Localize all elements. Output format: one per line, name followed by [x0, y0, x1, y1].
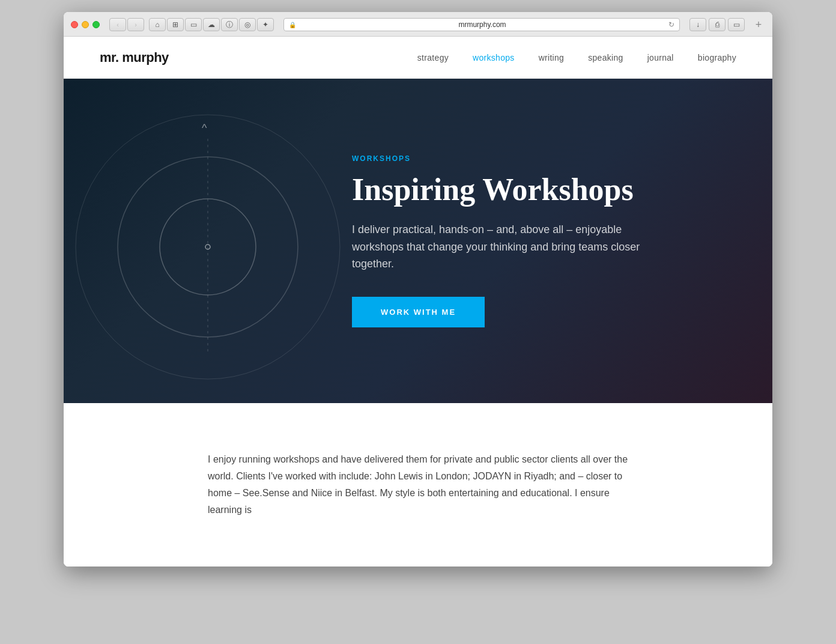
content-paragraph: I enjoy running workshops and have deliv… — [208, 451, 628, 518]
download-icon[interactable]: ↓ — [689, 18, 706, 31]
close-button[interactable] — [71, 21, 78, 28]
site-nav: strategy workshops writing speaking jour… — [417, 53, 736, 62]
maximize-button[interactable] — [92, 21, 100, 28]
paw-icon[interactable]: ✦ — [257, 18, 274, 31]
nav-writing[interactable]: writing — [539, 53, 565, 62]
content-section: I enjoy running workshops and have deliv… — [64, 403, 772, 567]
hero-content: WORKSHOPS Inspiring Workshops I deliver … — [352, 154, 652, 328]
lock-icon: 🔒 — [289, 22, 296, 28]
new-tab-button[interactable]: + — [752, 18, 765, 31]
right-icons: ↓ ⎙ ▭ — [689, 18, 745, 31]
traffic-lights — [71, 21, 100, 28]
website-content: mr. murphy strategy workshops writing sp… — [64, 37, 772, 567]
content-body: I enjoy running workshops and have deliv… — [208, 451, 628, 518]
hero-eyebrow: WORKSHOPS — [352, 154, 652, 163]
grid-icon[interactable]: ⊞ — [167, 18, 184, 31]
hero-circles-decoration: ^ — [64, 91, 352, 391]
hero-title: Inspiring Workshops — [352, 172, 652, 207]
back-button[interactable]: ‹ — [109, 18, 126, 31]
info-icon[interactable]: ⓘ — [221, 18, 238, 31]
nav-journal[interactable]: journal — [647, 53, 674, 62]
circle-icon[interactable]: ◎ — [239, 18, 256, 31]
url-text: mrmurphy.com — [300, 20, 665, 29]
window-icon[interactable]: ▭ — [185, 18, 202, 31]
hero-description: I deliver practical, hands-on – and, abo… — [352, 221, 652, 273]
nav-speaking[interactable]: speaking — [588, 53, 623, 62]
forward-button[interactable]: › — [127, 18, 144, 31]
minimize-button[interactable] — [82, 21, 89, 28]
nav-buttons: ‹ › — [109, 18, 144, 31]
nav-biography[interactable]: biography — [698, 53, 736, 62]
share-icon[interactable]: ⎙ — [709, 18, 725, 31]
nav-workshops[interactable]: workshops — [473, 53, 515, 62]
browser-window: ‹ › ⌂ ⊞ ▭ ☁ ⓘ ◎ ✦ 🔒 mrmurphy.com ↻ ↓ ⎙ ▭ — [64, 12, 772, 567]
cloud-icon[interactable]: ☁ — [203, 18, 220, 31]
toolbar-icons: ⌂ ⊞ ▭ ☁ ⓘ ◎ ✦ — [149, 18, 274, 31]
new-tab-icon[interactable]: ▭ — [728, 18, 745, 31]
nav-strategy[interactable]: strategy — [417, 53, 449, 62]
site-logo: mr. murphy — [100, 50, 169, 65]
site-header: mr. murphy strategy workshops writing sp… — [64, 37, 772, 79]
address-bar[interactable]: 🔒 mrmurphy.com ↻ — [283, 18, 680, 31]
refresh-button[interactable]: ↻ — [668, 20, 674, 29]
cta-button[interactable]: WORK WITH ME — [352, 297, 485, 327]
home-icon[interactable]: ⌂ — [149, 18, 166, 31]
browser-chrome: ‹ › ⌂ ⊞ ▭ ☁ ⓘ ◎ ✦ 🔒 mrmurphy.com ↻ ↓ ⎙ ▭ — [64, 12, 772, 37]
hero-section: ^ WORKSHOPS Inspiring Workshops I delive… — [64, 79, 772, 403]
svg-text:^: ^ — [202, 122, 207, 134]
